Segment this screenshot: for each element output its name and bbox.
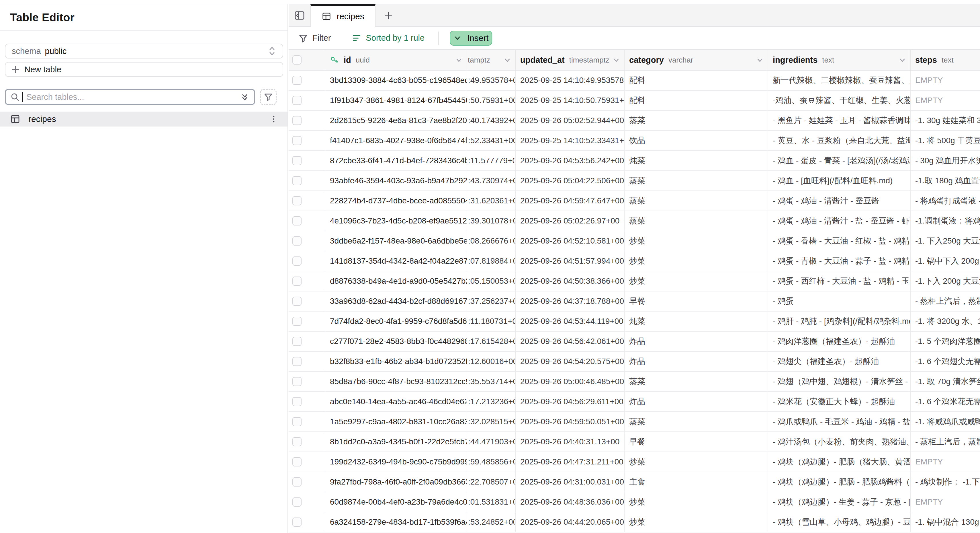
cell-id[interactable]: 2d2615c5-9226-4e6a-81c3-7ae8b2f202c5 <box>325 111 467 130</box>
cell-id[interactable]: 6a324158-279e-4834-bd17-1fb539f6a4bb <box>325 512 467 532</box>
cell-ingredients[interactable]: - 鸡蛋 - 香椿 - 大豆油 - 红椒 - 盐 - 鸡精 <box>768 231 911 251</box>
cell-steps[interactable]: - 蒸柜上汽后，蒸制 <box>911 292 980 311</box>
cell-ingredients[interactable]: - 鸡蛋 - 鸡油 - 清酱汁 - 盐 - 蚕豆酱 - 虾仁 - 蒸 <box>768 211 911 231</box>
cell-id[interactable]: 199d2432-6349-494b-9c90-c75b9d999d6 <box>325 452 467 472</box>
row-checkbox[interactable] <box>293 517 302 527</box>
cell-updated-at[interactable]: 2025-09-26 04:53:56.242+00 <box>515 151 625 171</box>
cell-ingredients[interactable]: - 鸡块（雪山草、小母鸡、鸡边腿）- 豆米 <box>768 512 911 532</box>
select-all-checkbox[interactable] <box>293 55 302 65</box>
column-header-updated-at[interactable]: updated_at timestamptz <box>515 50 625 70</box>
cell-ingredients[interactable]: - 鸡肉洋葱圈（福建圣农）- 起酥油 <box>768 332 911 351</box>
cell-updated-at[interactable]: 2025-09-26 04:50:38.366+00 <box>515 271 625 291</box>
cell-created-at[interactable]: :31.620361+00 <box>467 191 515 211</box>
cell-ingredients[interactable]: - 鸡蛋 - 西红柿 - 大豆油 - 盐 - 鸡精 - 玉米淀 <box>768 271 911 291</box>
cell-updated-at[interactable]: 2025-09-26 04:31:00.031+00 <box>515 472 625 492</box>
cell-ingredients[interactable]: - 鸡血 - 蛋皮 - 青菜 - [老鸡汤](/汤/老鸡汤.m <box>768 151 911 171</box>
cell-id[interactable]: 872cbe33-6f41-471d-b4ef-7283436c4bf9 <box>325 151 467 171</box>
cell-id[interactable]: 228274b4-d737-4dbe-bcee-ad085550464 <box>325 191 467 211</box>
cell-steps[interactable]: - 30g 鸡血用开水烫氽 <box>911 151 980 171</box>
cell-steps[interactable]: -1. 6 个鸡米花无需解 <box>911 392 980 412</box>
row-checkbox[interactable] <box>293 357 302 366</box>
cell-ingredients[interactable]: - 鸡蛋 - 青椒 - 大豆油 - 蒜子 - 盐 - 鸡精 <box>768 251 911 271</box>
cell-id[interactable]: 4e1096c3-7b23-4d5c-b208-ef9ae5512773 <box>325 211 467 231</box>
kebab-menu-icon[interactable] <box>269 115 278 124</box>
cell-id[interactable]: abc0e140-14ea-4a55-ac46-46cd04e62bb <box>325 392 467 412</box>
cell-steps[interactable]: EMPTY <box>911 91 980 110</box>
cell-updated-at[interactable]: 2025-09-25 14:10:49.953578+00 <box>515 70 625 90</box>
cell-created-at[interactable]: :50.75931+00 <box>467 91 515 110</box>
cell-id[interactable]: 85d8a7b6-90cc-4f87-bc93-8102312cc9f6 <box>325 372 467 391</box>
cell-category[interactable]: 蒸菜 <box>625 191 768 211</box>
cell-created-at[interactable]: :59.485856+0 <box>467 452 515 472</box>
cell-created-at[interactable]: :49.953578+0 <box>467 70 515 90</box>
row-checkbox[interactable] <box>293 96 302 105</box>
row-checkbox[interactable] <box>293 176 302 185</box>
cell-id[interactable]: b32f8b33-e1fb-46b2-ab34-b1d072352f68 <box>325 352 467 371</box>
double-chevron-down-icon[interactable] <box>240 92 250 102</box>
cell-category[interactable]: 蒸菜 <box>625 372 768 391</box>
cell-steps[interactable]: - 蒸柜上汽后，蒸制 <box>911 432 980 452</box>
cell-ingredients[interactable]: - 鸡块（鸡边腿）- 肥肠 - 肥肠鸡酱料（火锅 <box>768 472 911 492</box>
row-checkbox[interactable] <box>293 216 302 225</box>
cell-category[interactable]: 饮品 <box>625 131 768 150</box>
cell-steps[interactable]: -1. 下入250g 大豆油 <box>911 231 980 251</box>
cell-steps[interactable]: -1. 将 3200g 水、15 <box>911 311 980 331</box>
cell-created-at[interactable]: :37.256237+00 <box>467 292 515 311</box>
cell-updated-at[interactable]: 2025-09-26 04:56:29.611+00 <box>515 392 625 412</box>
row-checkbox[interactable] <box>293 417 302 426</box>
row-checkbox[interactable] <box>293 457 302 466</box>
cell-steps[interactable]: -1. 将 500g 干黄豆在 <box>911 131 980 150</box>
cell-category[interactable]: 配料 <box>625 91 768 110</box>
cell-ingredients[interactable]: 新一代辣椒、三樱椒辣椒、蚕豆辣酱、火锅 <box>768 70 911 90</box>
cell-category[interactable]: 早餐 <box>625 292 768 311</box>
cell-created-at[interactable]: :11.577779+00 <box>467 151 515 171</box>
cell-category[interactable]: 配料 <box>625 70 768 90</box>
cell-created-at[interactable]: :39.301078+00 <box>467 211 515 231</box>
cell-steps[interactable]: - 将鸡蛋打成蛋液 - 将 <box>911 191 980 211</box>
cell-created-at[interactable]: :01.531831+00 <box>467 492 515 512</box>
cell-updated-at[interactable]: 2025-09-26 04:53:44.119+00 <box>515 311 625 331</box>
cell-ingredients[interactable]: - 鸡蛋 <box>768 292 911 311</box>
cell-updated-at[interactable]: 2025-09-26 04:47:31.211+00 <box>515 452 625 472</box>
cell-category[interactable]: 炒菜 <box>625 251 768 271</box>
cell-category[interactable]: 炒菜 <box>625 452 768 472</box>
cell-updated-at[interactable]: 2025-09-26 04:44:20.065+00 <box>515 512 625 532</box>
cell-created-at[interactable]: :43.730974+00 <box>467 171 515 190</box>
cell-ingredients[interactable]: - 鸡块（鸡边腿）- 肥肠（猪大肠、黄酒、酱 <box>768 452 911 472</box>
cell-category[interactable]: 炒菜 <box>625 492 768 512</box>
cell-steps[interactable]: -1. 锅中混合 130g 菜 <box>911 512 980 532</box>
cell-updated-at[interactable]: 2025-09-26 04:52:10.581+00 <box>515 231 625 251</box>
column-header-created-at-clipped[interactable]: tamptz <box>467 50 515 70</box>
cell-ingredients[interactable]: - 鸡翅尖（福建圣农）- 起酥油 <box>768 352 911 371</box>
row-checkbox[interactable] <box>293 377 302 386</box>
schema-select[interactable]: schema public <box>5 44 283 59</box>
cell-updated-at[interactable]: 2025-09-26 04:51:57.994+00 <box>515 251 625 271</box>
column-header-id[interactable]: id uuid <box>325 50 467 70</box>
row-checkbox[interactable] <box>293 136 302 145</box>
cell-updated-at[interactable]: 2025-09-26 04:59:50.051+00 <box>515 412 625 431</box>
cell-updated-at[interactable]: 2025-09-26 05:04:22.506+00 <box>515 171 625 190</box>
cell-updated-at[interactable]: 2025-09-26 04:40:31.13+00 <box>515 432 625 452</box>
insert-button[interactable]: Insert <box>450 31 492 46</box>
cell-updated-at[interactable]: 2025-09-26 04:37:18.788+00 <box>515 292 625 311</box>
cell-steps[interactable]: EMPTY <box>911 70 980 90</box>
cell-created-at[interactable]: :05.150053+00 <box>467 271 515 291</box>
row-checkbox[interactable] <box>293 76 302 85</box>
cell-ingredients[interactable]: - 鸡汁汤包（小麦粉、前夹肉、熟猪油、皮冻 <box>768 432 911 452</box>
cell-ingredients[interactable]: - 鸡蛋 - 鸡油 - 清酱汁 - 蚕豆酱 <box>768 191 911 211</box>
cell-id[interactable]: 7d74fda2-8ec0-4fa1-9959-c76d8fa5d6e4 <box>325 311 467 331</box>
cell-category[interactable]: 炒菜 <box>625 512 768 532</box>
cell-created-at[interactable]: :22.708507+0 <box>467 472 515 492</box>
cell-category[interactable]: 蒸菜 <box>625 111 768 130</box>
cell-created-at[interactable]: :53.24852+00 <box>467 512 515 532</box>
cell-ingredients[interactable]: - 黑鱼片 - 娃娃菜 - 玉耳 - 酱椒蒜香调味酱 <box>768 111 911 130</box>
collapse-sidebar-button[interactable] <box>295 11 304 20</box>
cell-steps[interactable]: -1. 取 70g 清水笋丝 <box>911 372 980 391</box>
cell-ingredients[interactable]: - 鸡块（鸡边腿）- 生姜 - 蒜子 - 京葱 - [肥肠 <box>768 492 911 512</box>
cell-id[interactable]: 3bd13309-3884-4c63-b055-c196548ed92 <box>325 70 467 90</box>
cell-category[interactable]: 蒸菜 <box>625 211 768 231</box>
table-filter-button[interactable] <box>260 89 277 105</box>
cell-category[interactable]: 蒸菜 <box>625 171 768 190</box>
filter-button[interactable]: Filter <box>298 33 331 43</box>
cell-id[interactable]: c277f071-28e2-4583-8bb3-f0c448296834 <box>325 332 467 351</box>
